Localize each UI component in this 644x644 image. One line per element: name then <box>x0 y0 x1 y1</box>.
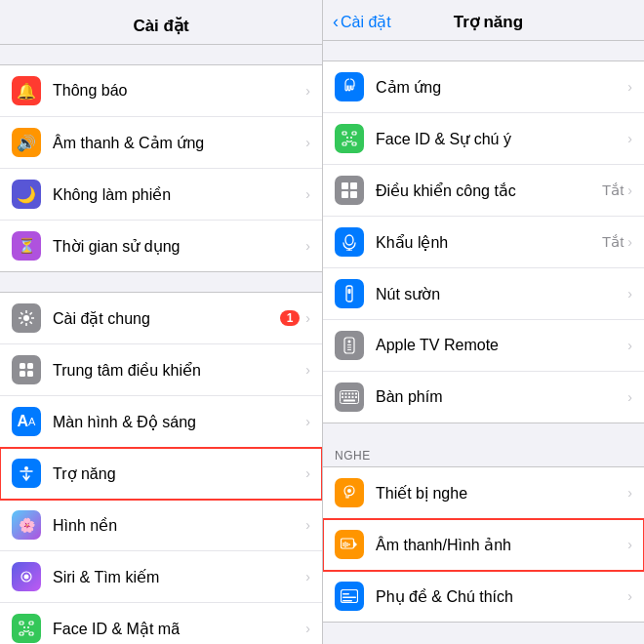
sidebar-item-accessibility[interactable]: Trợ năng › <box>0 448 322 500</box>
left-group-2: Cài đặt chung 1 › Trung tâm điều khiển ›… <box>0 292 322 644</box>
right-group-1: Cảm ứng › Face ID & Sự chú ý › Điều khiể… <box>323 60 644 423</box>
subtitle-icon <box>335 582 364 611</box>
sidebutton-label: Nút sườn <box>376 285 627 303</box>
spacer-nghe <box>323 423 644 443</box>
controlcenter-icon <box>12 355 41 384</box>
svg-rect-50 <box>355 393 357 395</box>
keyboard-label: Bàn phím <box>376 388 627 406</box>
sidebar-item-notifications[interactable]: 🔔 Thông báo › <box>0 65 322 117</box>
right-item-touch[interactable]: Cảm ứng › <box>323 61 644 113</box>
svg-line-8 <box>20 322 22 324</box>
svg-rect-66 <box>342 597 356 599</box>
right-title: Trợ năng <box>391 12 585 32</box>
svg-rect-47 <box>345 393 347 395</box>
svg-rect-56 <box>343 400 355 402</box>
faceid-icon <box>12 614 41 643</box>
chevron-icon: › <box>305 83 310 99</box>
subtitle-label: Phụ đề & Chú thích <box>376 587 627 606</box>
sidebar-item-general[interactable]: Cài đặt chung 1 › <box>0 293 322 344</box>
siri-label: Siri & Tìm kiếm <box>53 568 305 586</box>
right-item-audiovideo[interactable]: Âm thanh/Hình ảnh › <box>323 519 644 571</box>
chevron-icon: › <box>305 414 310 429</box>
svg-rect-54 <box>352 396 354 398</box>
right-panel: ‹ Cài đặt Trợ năng Cảm ứng › Face ID & S… <box>322 0 644 644</box>
svg-line-6 <box>30 322 32 324</box>
svg-rect-55 <box>355 396 357 398</box>
svg-rect-65 <box>342 593 349 595</box>
svg-rect-52 <box>345 396 347 398</box>
sidebar-item-controlcenter[interactable]: Trung tâm điều khiển › <box>0 344 322 396</box>
sidebar-item-dnd[interactable]: 🌙 Không làm phiền › <box>0 169 322 221</box>
right-item-keyboard[interactable]: Bàn phím › <box>323 372 644 423</box>
right-header: ‹ Cài đặt Trợ năng <box>323 0 644 41</box>
chevron-icon: › <box>305 621 310 636</box>
keyboard-icon <box>335 382 364 412</box>
spacer-caidatchung <box>323 623 644 642</box>
voice-value: Tắt <box>602 233 624 251</box>
left-title: Cài đặt <box>133 17 188 35</box>
right-group-2: Thiết bị nghe › Âm thanh/Hình ảnh › Phụ … <box>323 466 644 623</box>
chevron-icon: › <box>627 338 632 353</box>
chevron-icon: › <box>627 286 632 302</box>
svg-line-7 <box>30 312 32 314</box>
switch-icon <box>335 176 364 205</box>
chevron-icon: › <box>627 131 632 146</box>
accessibility-label: Trợ năng <box>53 464 305 483</box>
right-item-faceid2[interactable]: Face ID & Sự chú ý › <box>323 113 644 165</box>
svg-rect-17 <box>29 622 33 624</box>
sidebar-item-siri[interactable]: Siri & Tìm kiếm › <box>0 551 322 603</box>
svg-rect-25 <box>342 132 346 135</box>
svg-rect-12 <box>27 371 33 377</box>
left-scroll[interactable]: 🔔 Thông báo › 🔊 Âm thanh & Cảm ứng › 🌙 K… <box>0 45 322 644</box>
chevron-icon: › <box>305 238 310 254</box>
svg-point-0 <box>23 315 29 321</box>
section-label-nghe: NGHE <box>323 443 644 466</box>
sidebar-item-faceid[interactable]: Face ID & Mật mã › <box>0 603 322 644</box>
chevron-icon: › <box>627 234 632 250</box>
wallpaper-icon: 🌸 <box>12 510 41 540</box>
spacer-mid-left <box>0 272 322 292</box>
appleremote-label: Apple TV Remote <box>376 337 627 354</box>
svg-rect-32 <box>350 182 357 189</box>
chevron-icon: › <box>305 135 310 150</box>
right-item-sidebutton[interactable]: Nút sườn › <box>323 268 644 320</box>
svg-rect-16 <box>20 622 23 624</box>
svg-rect-39 <box>348 289 351 294</box>
svg-rect-44 <box>347 349 351 350</box>
sidebar-item-display[interactable]: AA Màn hình & Độ sáng › <box>0 396 322 448</box>
sidebar-item-screentime[interactable]: ⏳ Thời gian sử dụng › <box>0 221 322 271</box>
svg-rect-31 <box>342 182 348 189</box>
svg-rect-18 <box>20 632 23 635</box>
right-scroll[interactable]: Cảm ứng › Face ID & Sự chú ý › Điều khiể… <box>323 41 644 644</box>
sidebar-item-wallpaper[interactable]: 🌸 Hình nền › <box>0 500 322 551</box>
right-item-switch[interactable]: Điều khiển công tắc Tắt › <box>323 165 644 217</box>
svg-marker-59 <box>354 542 357 547</box>
sidebutton-icon <box>335 279 364 308</box>
svg-point-21 <box>27 626 29 628</box>
svg-rect-33 <box>342 191 348 198</box>
faceid2-label: Face ID & Sự chú ý <box>376 130 627 148</box>
display-icon: AA <box>12 407 41 436</box>
siri-icon <box>12 562 41 591</box>
right-item-hearing[interactable]: Thiết bị nghe › <box>323 467 644 519</box>
chevron-icon: › <box>305 310 310 326</box>
back-button[interactable]: ‹ Cài đặt <box>333 12 391 32</box>
svg-line-5 <box>20 312 22 314</box>
svg-rect-48 <box>348 393 350 395</box>
dnd-label: Không làm phiền <box>53 185 305 204</box>
chevron-icon: › <box>627 182 632 198</box>
right-item-subtitle[interactable]: Phụ đề & Chú thích › <box>323 571 644 622</box>
sidebar-item-sound[interactable]: 🔊 Âm thanh & Cảm ứng › <box>0 117 322 169</box>
controlcenter-label: Trung tâm điều khiển <box>53 361 305 380</box>
audiovideo-label: Âm thanh/Hình ảnh <box>376 536 627 554</box>
right-item-appleremote[interactable]: Apple TV Remote › <box>323 320 644 372</box>
notifications-label: Thông báo <box>53 82 305 100</box>
voice-label: Khẩu lệnh <box>376 233 602 252</box>
svg-rect-42 <box>347 344 351 345</box>
notifications-icon: 🔔 <box>12 76 41 105</box>
right-item-voice[interactable]: Khẩu lệnh Tắt › <box>323 217 644 268</box>
svg-rect-9 <box>20 363 25 369</box>
svg-point-57 <box>347 489 351 493</box>
voice-icon <box>335 227 364 257</box>
svg-rect-27 <box>342 142 346 145</box>
